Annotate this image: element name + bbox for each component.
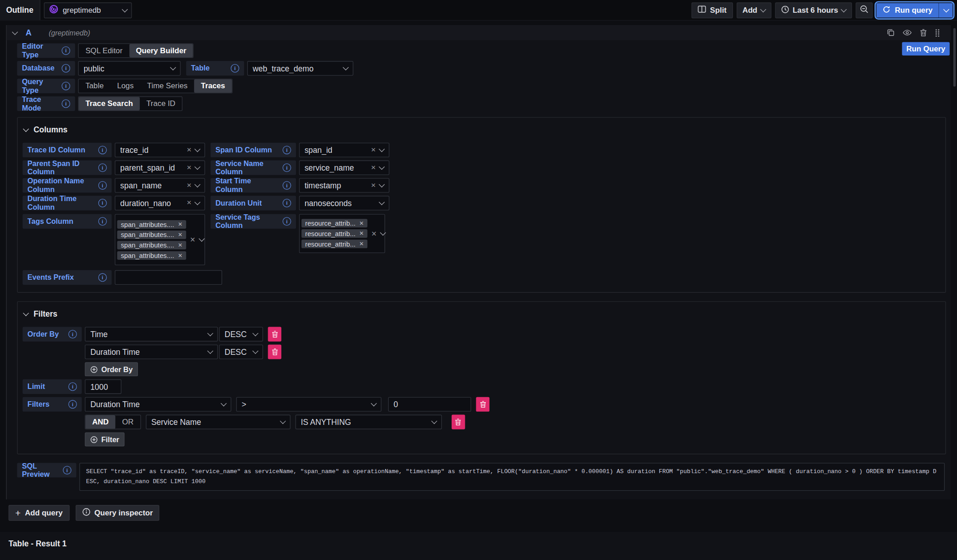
remove-chip-icon[interactable]: ✕ <box>178 232 183 237</box>
remove-order-by-button[interactable] <box>268 344 281 359</box>
remove-order-by-button[interactable] <box>268 327 281 342</box>
editor-type-sql-editor[interactable]: SQL Editor <box>79 44 129 57</box>
zoom-out-time-button[interactable] <box>856 2 873 18</box>
add-query-button[interactable]: + Add query <box>9 505 69 521</box>
operation-name-column-select[interactable]: span_name ✕ <box>115 178 205 192</box>
run-query-inner-button[interactable]: Run Query <box>902 42 950 55</box>
filter-value-input[interactable]: 0 <box>388 397 471 412</box>
order-by-direction-select[interactable]: DESC <box>219 327 263 342</box>
info-icon[interactable]: i <box>98 181 107 190</box>
trace-id-column-select[interactable]: trace_id ✕ <box>115 143 205 157</box>
span-id-column-select[interactable]: span_id ✕ <box>299 143 389 157</box>
limit-input[interactable]: 1000 <box>85 379 121 394</box>
info-icon[interactable]: i <box>63 466 71 474</box>
info-icon[interactable]: i <box>98 199 107 207</box>
outline-button[interactable]: Outline <box>0 0 40 20</box>
start-time-column-select[interactable]: timestamp ✕ <box>299 178 389 192</box>
add-filter-button[interactable]: Filter <box>85 432 125 446</box>
run-query-options-button[interactable] <box>939 3 953 17</box>
query-type-time-series[interactable]: Time Series <box>140 79 194 92</box>
info-icon[interactable]: i <box>61 100 70 108</box>
info-icon[interactable]: i <box>61 46 70 55</box>
clear-icon[interactable]: ✕ <box>187 165 192 171</box>
tag-chip[interactable]: span_attributes....✕ <box>117 220 186 228</box>
info-icon[interactable]: i <box>98 146 107 154</box>
tag-chip[interactable]: span_attributes....✕ <box>117 230 186 239</box>
remove-chip-icon[interactable]: ✕ <box>359 241 364 247</box>
query-type-logs[interactable]: Logs <box>110 79 140 92</box>
service-tag-chip[interactable]: resource_attrib...✕ <box>301 219 367 227</box>
clear-icon[interactable]: ✕ <box>371 182 376 188</box>
info-icon[interactable]: i <box>98 163 107 172</box>
order-by-field-select[interactable]: Duration Time <box>85 344 218 359</box>
column-header-starttime[interactable]: starttime <box>570 555 769 560</box>
duration-time-column-select[interactable]: duration_nano ✕ <box>115 196 205 210</box>
info-icon[interactable]: i <box>98 273 107 282</box>
clear-all-icon[interactable]: ✕ <box>190 236 195 243</box>
remove-chip-icon[interactable]: ✕ <box>359 231 364 237</box>
drag-handle-icon[interactable] <box>935 28 940 37</box>
events-prefix-input[interactable] <box>115 270 222 285</box>
filter-operator-select[interactable]: IS ANYTHING <box>295 415 442 429</box>
tag-chip[interactable]: span_attributes....✕ <box>117 241 186 249</box>
filter-field-select[interactable]: Service Name <box>146 415 290 429</box>
table-select[interactable]: web_trace_demo <box>247 61 353 76</box>
remove-chip-icon[interactable]: ✕ <box>359 220 364 226</box>
filters-section-header[interactable]: Filters <box>24 309 940 318</box>
add-button[interactable]: Add <box>736 2 771 18</box>
duplicate-query-icon[interactable] <box>887 29 895 36</box>
info-icon[interactable]: i <box>283 181 291 190</box>
logic-and-option[interactable]: AND <box>86 415 116 429</box>
collapse-chevron-icon[interactable] <box>12 29 18 35</box>
tags-column-multiselect[interactable]: span_attributes....✕ span_attributes....… <box>115 214 205 266</box>
clear-icon[interactable]: ✕ <box>187 182 192 188</box>
tag-chip[interactable]: span_attributes....✕ <box>117 251 186 260</box>
logic-or-option[interactable]: OR <box>115 415 140 429</box>
remove-chip-icon[interactable]: ✕ <box>178 252 183 258</box>
remove-query-trash-icon[interactable] <box>920 29 927 36</box>
run-query-button[interactable]: Run query <box>876 3 938 17</box>
query-type-traces[interactable]: Traces <box>194 79 232 92</box>
column-header-traceid[interactable]: traceid <box>0 555 193 560</box>
service-tags-multiselect[interactable]: resource_attrib...✕ resource_attrib...✕ … <box>299 214 385 253</box>
remove-chip-icon[interactable]: ✕ <box>178 242 183 248</box>
remove-chip-icon[interactable]: ✕ <box>178 221 183 227</box>
info-icon[interactable]: i <box>283 146 291 154</box>
info-icon[interactable]: i <box>98 217 107 226</box>
info-icon[interactable]: i <box>68 400 77 409</box>
remove-filter-button[interactable] <box>476 397 489 412</box>
remove-filter-button[interactable] <box>452 415 465 429</box>
split-button[interactable]: Split <box>692 2 733 18</box>
columns-section-header[interactable]: Columns <box>24 125 940 134</box>
column-header-duration[interactable]: duration <box>769 555 957 560</box>
query-row-header[interactable]: A (greptimedb) <box>7 25 951 40</box>
hide-query-eye-icon[interactable] <box>903 29 912 36</box>
info-icon[interactable]: i <box>68 382 77 391</box>
order-by-field-select[interactable]: Time <box>85 327 218 342</box>
scrollbar[interactable] <box>953 28 956 87</box>
add-order-by-button[interactable]: Order By <box>85 362 138 376</box>
editor-type-query-builder[interactable]: Query Builder <box>129 44 193 57</box>
database-select[interactable]: public <box>78 61 181 76</box>
order-by-direction-select[interactable]: DESC <box>219 344 263 359</box>
filter-field-select[interactable]: Duration Time <box>85 397 231 412</box>
filter-operator-select[interactable]: > <box>236 397 382 412</box>
column-header-operationname[interactable]: operationname <box>378 555 570 560</box>
clear-all-icon[interactable]: ✕ <box>371 230 377 237</box>
info-icon[interactable]: i <box>61 64 70 73</box>
info-icon[interactable]: i <box>283 217 291 226</box>
time-range-picker[interactable]: Last 6 hours <box>775 2 852 18</box>
parent-span-id-column-select[interactable]: parent_span_id ✕ <box>115 161 205 175</box>
clear-icon[interactable]: ✕ <box>371 147 376 153</box>
query-type-table[interactable]: Table <box>79 79 111 92</box>
duration-unit-select[interactable]: nanoseconds <box>299 196 389 210</box>
info-icon[interactable]: i <box>68 330 77 338</box>
clear-icon[interactable]: ✕ <box>187 200 192 206</box>
info-icon[interactable]: i <box>231 64 239 73</box>
info-icon[interactable]: i <box>283 163 291 172</box>
info-icon[interactable]: i <box>283 199 291 207</box>
query-inspector-button[interactable]: Query inspector <box>76 505 160 521</box>
datasource-picker[interactable]: greptimedb <box>44 2 132 18</box>
info-icon[interactable]: i <box>61 82 70 91</box>
service-name-column-select[interactable]: service_name ✕ <box>299 161 389 175</box>
